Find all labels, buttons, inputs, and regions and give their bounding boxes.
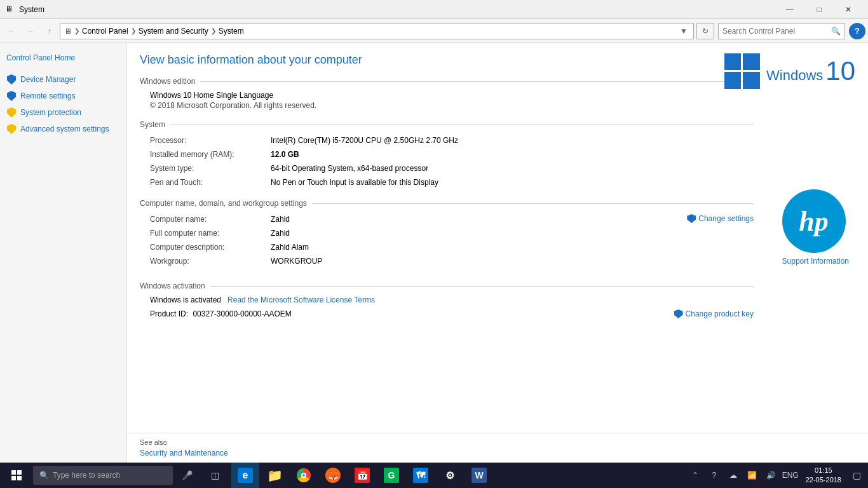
system-protection-icon bbox=[6, 107, 17, 118]
clock[interactable]: 01:15 22-05-2018 bbox=[801, 466, 846, 485]
change-product-key-label: Change product key bbox=[686, 309, 754, 318]
pen-label: Pen and Touch: bbox=[150, 176, 264, 189]
section-line-4 bbox=[210, 286, 754, 287]
firefox-icon: 🦊 bbox=[325, 468, 341, 483]
path-icon: 🖥 bbox=[64, 27, 72, 36]
section-line-2 bbox=[170, 125, 754, 125]
svg-rect-4 bbox=[11, 470, 16, 475]
explorer-app[interactable]: 📁 bbox=[261, 463, 288, 488]
language-icon[interactable]: ENG bbox=[782, 463, 799, 488]
svg-rect-0 bbox=[724, 53, 741, 70]
path-system-security[interactable]: System and Security bbox=[139, 27, 208, 36]
taskbar-search-text: Type here to search bbox=[53, 471, 120, 480]
product-id-row: Product ID: 00327-30000-00000-AAOEM bbox=[150, 309, 292, 318]
support-info-link[interactable]: Support Information bbox=[782, 257, 849, 266]
ram-value: 12.0 GB bbox=[271, 148, 754, 161]
chevron-icon[interactable]: ⌃ bbox=[686, 463, 704, 488]
change-settings-button[interactable]: Change settings bbox=[687, 213, 754, 223]
help-button[interactable]: ? bbox=[849, 23, 865, 39]
workgroup-label: Workgroup: bbox=[150, 255, 264, 268]
windows-flag-icon bbox=[724, 53, 760, 89]
volume-icon[interactable]: 🔊 bbox=[763, 463, 780, 488]
close-button[interactable]: ✕ bbox=[834, 0, 863, 19]
taskbar-tray: ⌃ ? ☁ 📶 🔊 ENG 01:15 22-05-2018 ▢ bbox=[686, 463, 865, 488]
help-tray-icon[interactable]: ? bbox=[705, 463, 723, 488]
taskbar-search[interactable]: 🔍 Type here to search bbox=[33, 466, 173, 485]
firefox-app[interactable]: 🦊 bbox=[319, 463, 347, 488]
path-control-panel[interactable]: Control Panel bbox=[82, 27, 128, 36]
settings-icon: ⚙ bbox=[442, 468, 458, 483]
change-settings-icon bbox=[687, 214, 696, 223]
advanced-settings-icon bbox=[6, 124, 17, 134]
content-scroll: View basic information about your comput… bbox=[127, 43, 868, 463]
copyright-text: © 2018 Microsoft Corporation. All rights… bbox=[150, 101, 754, 110]
edge-app[interactable]: e bbox=[231, 463, 259, 488]
maps-app[interactable]: 📅 bbox=[348, 463, 376, 488]
network-icon[interactable]: 📶 bbox=[743, 463, 761, 488]
cortana-button[interactable]: 🎤 bbox=[173, 463, 201, 488]
windows-edition-value: Windows 10 Home Single Language bbox=[150, 91, 754, 100]
windows-word: Windows bbox=[766, 67, 823, 84]
task-view-button[interactable]: ◫ bbox=[201, 463, 229, 488]
maximize-button[interactable]: □ bbox=[804, 0, 834, 19]
sidebar-label-device-manager: Device Manager bbox=[20, 75, 76, 84]
change-product-key-button[interactable]: Change product key bbox=[674, 309, 754, 318]
word-app[interactable]: W bbox=[465, 463, 493, 488]
content-wrapper: Windows 10 hp Support Information View b… bbox=[127, 43, 868, 463]
green-app[interactable]: G bbox=[377, 463, 405, 488]
chrome-app[interactable] bbox=[290, 463, 318, 488]
pinned-apps: e 📁 🦊 📅 G 🗺 ⚙ bbox=[231, 463, 493, 488]
license-link[interactable]: Read the Microsoft Software License Term… bbox=[227, 295, 375, 304]
map-app-icon: 🗺 bbox=[413, 468, 428, 483]
workgroup-value: WORKGROUP bbox=[271, 255, 322, 268]
main-layout: Control Panel Home Device Manager Remote… bbox=[0, 43, 868, 463]
see-also-section: See also Security and Maintenance bbox=[127, 433, 868, 463]
address-path[interactable]: 🖥 ❯ Control Panel ❯ System and Security … bbox=[60, 23, 694, 39]
sidebar-label-remote-settings: Remote settings bbox=[20, 92, 76, 100]
back-button[interactable]: ← bbox=[3, 22, 20, 40]
cloud-icon[interactable]: ☁ bbox=[724, 463, 742, 488]
processor-value: Intel(R) Core(TM) i5-7200U CPU @ 2.50GHz… bbox=[271, 134, 754, 147]
page-title: View basic information about your comput… bbox=[140, 53, 754, 67]
up-button[interactable]: ↑ bbox=[41, 22, 58, 40]
hp-logo-area[interactable]: hp Support Information bbox=[782, 189, 849, 266]
computer-info-grid: Computer name: Zahid Full computer name:… bbox=[150, 213, 322, 268]
see-also-label: See also bbox=[140, 438, 855, 446]
start-button[interactable] bbox=[3, 463, 31, 488]
activation-section-label: Windows activation bbox=[140, 281, 205, 290]
window-title: System bbox=[19, 5, 775, 14]
svg-rect-6 bbox=[11, 476, 16, 480]
activation-section: Windows activation Windows is activated … bbox=[140, 281, 754, 318]
system-type-value: 64-bit Operating System, x64-based proce… bbox=[271, 162, 754, 175]
control-panel-home-link[interactable]: Control Panel Home bbox=[0, 50, 126, 66]
settings-app[interactable]: ⚙ bbox=[436, 463, 464, 488]
svg-rect-7 bbox=[17, 476, 22, 480]
svg-rect-2 bbox=[724, 72, 741, 89]
sidebar-item-device-manager[interactable]: Device Manager bbox=[0, 71, 126, 88]
sidebar-item-system-protection[interactable]: System protection bbox=[0, 104, 126, 121]
system-info-grid: Processor: Intel(R) Core(TM) i5-7200U CP… bbox=[150, 134, 754, 189]
chrome-icon bbox=[297, 468, 311, 482]
search-input[interactable] bbox=[722, 27, 831, 36]
computer-name-value: Zahid bbox=[271, 213, 322, 226]
path-system[interactable]: System bbox=[219, 27, 244, 36]
sidebar-item-advanced-settings[interactable]: Advanced system settings bbox=[0, 121, 126, 137]
system-label: System bbox=[140, 120, 165, 129]
remote-settings-icon bbox=[6, 91, 17, 101]
path-dropdown[interactable]: ▼ bbox=[678, 24, 689, 39]
map-app[interactable]: 🗺 bbox=[407, 463, 435, 488]
notification-button[interactable]: ▢ bbox=[848, 463, 865, 488]
window-icon: 🖥 bbox=[5, 4, 15, 15]
activated-text: Windows is activated bbox=[150, 295, 221, 304]
security-maintenance-link[interactable]: Security and Maintenance bbox=[140, 449, 228, 458]
clock-date: 22-05-2018 bbox=[806, 475, 841, 485]
sidebar-item-remote-settings[interactable]: Remote settings bbox=[0, 88, 126, 104]
computer-name-section: Computer name, domain, and workgroup set… bbox=[140, 199, 754, 271]
titlebar: 🖥 System — □ ✕ bbox=[0, 0, 868, 19]
forward-button[interactable]: → bbox=[22, 22, 39, 40]
maps-icon: 📅 bbox=[355, 468, 370, 483]
full-name-label: Full computer name: bbox=[150, 227, 264, 240]
search-box[interactable]: 🔍 bbox=[718, 23, 845, 39]
refresh-button[interactable]: ↻ bbox=[696, 23, 714, 39]
minimize-button[interactable]: — bbox=[775, 0, 804, 19]
